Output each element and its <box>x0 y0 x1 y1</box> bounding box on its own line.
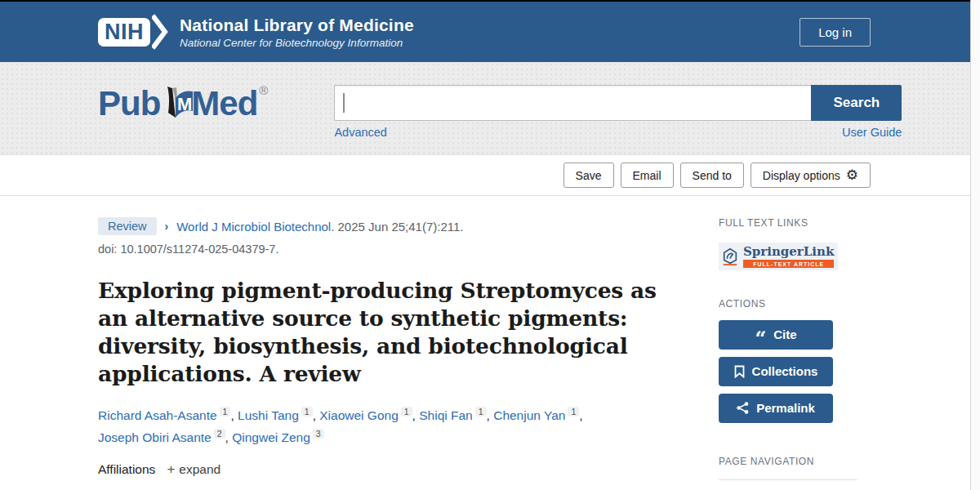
author-affiliation-sup: 1 <box>475 407 487 416</box>
author-separator: , <box>487 408 494 422</box>
doi-line: doi: 10.1007/s11274-025-04379-7. <box>98 243 663 256</box>
pubmed-logo-med: Med <box>191 87 257 121</box>
advanced-link[interactable]: Advanced <box>334 126 387 139</box>
email-button[interactable]: Email <box>621 163 674 188</box>
cite-label: Cite <box>773 327 796 341</box>
cite-button[interactable]: “ Cite <box>719 320 833 350</box>
user-guide-link[interactable]: User Guide <box>842 126 902 139</box>
author-affiliation-sup: 1 <box>301 407 313 416</box>
author-link[interactable]: Richard Asah-Asante <box>98 408 217 422</box>
article-toolbar: Save Email Send to Display options ⚙ <box>0 155 980 196</box>
springerlink-fulltext-button[interactable]: SpringerLink FULL-TEXT ARTICLE <box>719 243 838 270</box>
display-options-label: Display options <box>763 169 840 182</box>
author-separator: , <box>230 408 238 422</box>
pubmed-logo-pub: Pub <box>98 87 160 121</box>
collections-label: Collections <box>752 364 818 378</box>
author-affiliation-sup: 2 <box>214 429 225 439</box>
author-affiliation-sup: 1 <box>568 407 579 416</box>
breadcrumb-chevron-icon: › <box>165 220 169 233</box>
save-button[interactable]: Save <box>564 163 614 188</box>
scrollbar-track[interactable] <box>970 0 980 490</box>
permalink-label: Permalink <box>756 401 815 415</box>
author-link[interactable]: Chenjun Yan <box>493 408 565 422</box>
bookmark-icon <box>734 365 745 378</box>
search-button[interactable]: Search <box>811 85 902 121</box>
org-titles: National Library of Medicine National Ce… <box>180 16 414 49</box>
author-link[interactable]: Qingwei Zeng <box>232 430 310 444</box>
affiliations-label: Affiliations <box>98 462 155 477</box>
login-button[interactable]: Log in <box>800 18 871 47</box>
authors-list: Richard Asah-Asante1, Lushi Tang1, Xiaow… <box>98 404 604 448</box>
sidebar: FULL TEXT LINKS SpringerLink FULL-TEXT A… <box>719 217 871 490</box>
author-separator: , <box>313 408 320 422</box>
plus-icon: + <box>167 461 175 478</box>
full-text-links-label: FULL TEXT LINKS <box>719 217 871 229</box>
expand-affiliations-control[interactable]: + expand <box>167 461 220 478</box>
org-subtitle: National Center for Biotechnology Inform… <box>180 37 414 49</box>
search-band: Pub M Med ® Search Advanced User Guide <box>0 62 980 155</box>
display-options-button[interactable]: Display options ⚙ <box>751 163 871 188</box>
page-navigation-label: PAGE NAVIGATION <box>719 456 871 467</box>
author-link[interactable]: Joseph Obiri Asante <box>98 430 212 444</box>
org-title: National Library of Medicine <box>180 16 414 35</box>
collections-button[interactable]: Collections <box>719 357 833 386</box>
pubmed-logo[interactable]: Pub M Med ® <box>98 87 268 124</box>
expand-label: expand <box>179 462 220 477</box>
nih-chevron-icon <box>152 14 168 50</box>
author-affiliation-sup: 1 <box>401 407 412 416</box>
citation-text: 2025 Jun 25;41(7):211. <box>338 220 464 234</box>
nih-header: NIH National Library of Medicine Nationa… <box>0 2 980 62</box>
author-separator: , <box>579 408 582 422</box>
article-title: Exploring pigment-producing Streptomyces… <box>98 277 663 388</box>
nih-logo-box: NIH <box>98 18 150 47</box>
nih-logo[interactable]: NIH <box>98 14 168 50</box>
gear-icon: ⚙ <box>846 168 858 182</box>
author-link[interactable]: Xiaowei Gong <box>319 408 399 422</box>
registered-mark: ® <box>259 83 268 97</box>
main-content: Review › World J Microbiol Biotechnol. 2… <box>98 196 871 490</box>
springer-horse-icon <box>721 247 739 265</box>
springerlink-name: SpringerLink <box>743 245 834 259</box>
share-icon <box>737 402 749 414</box>
journal-link[interactable]: World J Microbiol Biotechnol. <box>176 220 334 234</box>
svg-text:M: M <box>177 94 192 114</box>
text-caret <box>343 93 345 113</box>
page-navigation-divider <box>719 479 858 480</box>
actions-label: ACTIONS <box>719 298 871 310</box>
author-affiliation-sup: 3 <box>313 429 324 439</box>
author-link[interactable]: Shiqi Fan <box>419 408 472 422</box>
author-affiliation-sup: 1 <box>220 407 231 416</box>
review-badge: Review <box>98 217 157 235</box>
permalink-button[interactable]: Permalink <box>719 394 833 423</box>
article-column: Review › World J Microbiol Biotechnol. 2… <box>98 217 663 490</box>
search-input[interactable] <box>334 85 811 121</box>
send-to-button[interactable]: Send to <box>680 163 744 188</box>
springerlink-subtitle: FULL-TEXT ARTICLE <box>743 260 834 268</box>
pubmed-book-icon: M <box>158 85 194 122</box>
author-separator: , <box>225 430 233 444</box>
author-link[interactable]: Lushi Tang <box>238 408 299 422</box>
author-separator: , <box>412 408 420 422</box>
